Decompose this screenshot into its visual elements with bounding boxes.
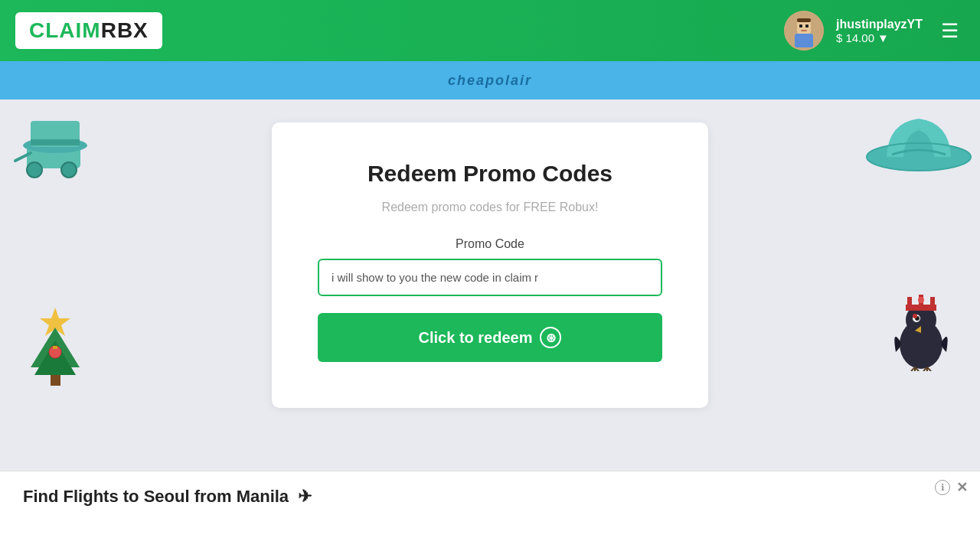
svg-rect-25 (907, 297, 912, 306)
card-subtitle: Redeem promo codes for FREE Robux! (318, 201, 662, 214)
redeem-icon: ⊛ (540, 327, 561, 348)
svg-rect-24 (906, 305, 936, 311)
svg-point-21 (867, 143, 971, 171)
svg-point-29 (913, 315, 920, 322)
svg-rect-3 (799, 24, 802, 28)
svg-line-33 (911, 367, 915, 371)
logo[interactable]: CLAIMRBX (15, 12, 162, 49)
svg-point-22 (900, 320, 942, 369)
redeem-button[interactable]: Click to redeem ⊛ (318, 313, 662, 362)
svg-line-38 (927, 367, 931, 371)
svg-marker-15 (31, 328, 80, 367)
ad-controls: ℹ ✕ (935, 479, 968, 496)
card-title: Redeem Promo Codes (318, 161, 662, 187)
header-right: jhustinplayzYT $ 14.00 ▼ ☰ (784, 11, 965, 51)
hamburger-menu-icon[interactable]: ☰ (935, 16, 965, 46)
username: jhustinplayzYT (836, 18, 923, 31)
deco-left-top (11, 107, 100, 183)
ad-close-icon[interactable]: ✕ (956, 479, 968, 496)
svg-point-9 (61, 162, 77, 178)
deco-right-top (865, 99, 972, 194)
svg-rect-5 (801, 30, 807, 31)
svg-rect-11 (31, 121, 80, 147)
svg-point-31 (913, 314, 917, 318)
balance: $ 14.00 ▼ (836, 31, 923, 44)
svg-rect-27 (930, 297, 935, 306)
svg-line-13 (15, 153, 31, 161)
svg-rect-12 (31, 139, 80, 145)
promo-label: Promo Code (318, 237, 662, 251)
redeem-button-label: Click to redeem (419, 329, 533, 347)
svg-rect-1 (795, 34, 813, 47)
plane-icon: ✈ (298, 487, 312, 507)
top-ad-text: cheapolair (448, 73, 532, 89)
main-content: Redeem Promo Codes Redeem promo codes fo… (0, 99, 980, 431)
promo-code-input[interactable] (318, 259, 662, 296)
avatar (784, 11, 824, 51)
svg-point-18 (49, 346, 61, 358)
svg-rect-19 (53, 346, 57, 349)
svg-point-28 (918, 297, 924, 303)
svg-rect-4 (805, 24, 808, 28)
ad-flight-label: Find Flights to Seoul from Manila (23, 487, 289, 507)
promo-card: Redeem Promo Codes Redeem promo codes fo… (272, 122, 708, 408)
deco-left-bottom (23, 306, 88, 390)
svg-point-8 (27, 162, 42, 178)
balance-symbol: $ (836, 31, 842, 44)
header: CLAIMRBX jhustinplayzYT (0, 0, 980, 61)
svg-marker-16 (34, 341, 76, 375)
top-ad-banner: cheapolair (0, 61, 980, 99)
svg-line-35 (915, 367, 919, 371)
svg-line-36 (923, 367, 927, 371)
svg-point-20 (867, 143, 971, 171)
svg-rect-26 (919, 295, 923, 306)
deco-right-bottom (884, 291, 957, 374)
svg-point-23 (906, 305, 936, 335)
svg-marker-32 (915, 326, 921, 333)
dropdown-arrow[interactable]: ▼ (877, 31, 889, 44)
logo-claim: CLAIM (29, 18, 101, 42)
svg-point-10 (23, 138, 87, 153)
user-info: jhustinplayzYT $ 14.00 ▼ (836, 18, 923, 44)
ad-flight-text: Find Flights to Seoul from Manila ✈ (23, 487, 957, 507)
svg-rect-17 (51, 375, 60, 386)
logo-rbx: RBX (101, 18, 149, 42)
ad-info-icon[interactable]: ℹ (935, 480, 950, 495)
svg-rect-7 (27, 145, 80, 168)
balance-amount: 14.00 (845, 31, 874, 44)
bottom-ad: ℹ ✕ Find Flights to Seoul from Manila ✈ (0, 471, 980, 551)
svg-marker-14 (40, 308, 70, 336)
svg-rect-6 (797, 18, 811, 22)
svg-point-30 (915, 316, 920, 321)
